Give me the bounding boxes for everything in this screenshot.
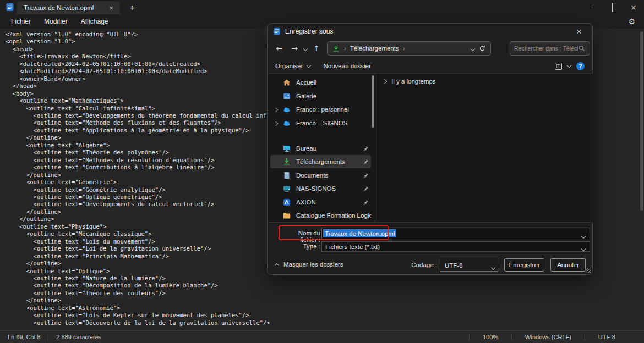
filename-dropdown-chevron-icon[interactable] [582, 232, 585, 240]
cursor-position: Ln 69, Col 8 [0, 334, 48, 340]
sidebar-item-accueil[interactable]: Accueil [270, 76, 371, 89]
encoding-label: Codage : [388, 262, 437, 268]
nas-icon [282, 184, 291, 193]
address-bar[interactable]: › Téléchargements › [327, 41, 491, 56]
editor-text[interactable]: <?xml version="1.0" encoding="UTF-8"?> <… [6, 31, 312, 327]
filename-label: Nom du fichier : [280, 230, 320, 243]
tab-title: Travaux de Newton.opml [24, 4, 107, 11]
sidebar-item-label: Accueil [296, 79, 371, 86]
filetype-value: Fichiers texte (*.txt) [325, 244, 380, 250]
filename-input[interactable]: Travaux de Newton.opml [321, 228, 590, 239]
view-mode-icon[interactable] [555, 63, 562, 70]
breadcrumb-separator[interactable]: › [403, 45, 405, 52]
expand-chevron-icon[interactable] [274, 119, 277, 127]
dialog-body: AccueilGalerieFranco : personnelFranco –… [268, 73, 593, 223]
folder-icon [282, 211, 291, 220]
filename-selected-text: Travaux de Newton.opml [323, 229, 396, 237]
search-box[interactable] [510, 41, 590, 56]
hide-folders-label: Masquer les dossiers [283, 261, 343, 268]
search-input[interactable] [514, 45, 578, 52]
group-label: Il y a longtemps [391, 78, 436, 85]
editor-scrollbar[interactable] [640, 31, 643, 211]
sidebar-item-documents[interactable]: Documents [270, 169, 371, 182]
zoom-level[interactable]: 100% [470, 334, 511, 340]
status-bar: Ln 69, Col 8 2 889 caractères 100% Windo… [0, 330, 644, 343]
organize-label: Organiser [275, 63, 303, 69]
dialog-notepad-icon [273, 27, 281, 35]
search-icon [578, 45, 586, 52]
file-group-header[interactable]: Il y a longtemps [383, 78, 436, 85]
address-dropdown-chevron-icon[interactable] [471, 45, 474, 52]
document-tab[interactable]: Travaux de Newton.opml × [17, 1, 120, 14]
save-as-dialog: Enregistrer sous × ← → ↑ › Téléchargemen… [267, 23, 593, 275]
settings-gear-icon[interactable]: ⚙ [625, 16, 638, 27]
download-icon [282, 157, 291, 166]
dialog-close-button[interactable]: × [572, 26, 586, 36]
menu-file[interactable]: Fichier [6, 16, 36, 27]
downloads-icon [332, 45, 340, 53]
pin-icon [362, 145, 369, 152]
maximize-button[interactable] [602, 3, 623, 12]
sidebar-item-axion[interactable]: AXION [270, 196, 371, 209]
dialog-toolbar: Organiser Nouveau dossier ? [268, 59, 592, 73]
tab-close-icon[interactable]: × [107, 4, 116, 12]
sidebar-item-telechargements[interactable]: Téléchargements [270, 155, 371, 168]
sidebar-item-label: Franco : personnel [296, 106, 371, 113]
sidebar-item-franco-signos[interactable]: Franco – SIGNOS [270, 117, 371, 130]
resize-grip[interactable] [586, 268, 591, 273]
breadcrumb-separator: › [344, 45, 346, 52]
dialog-nav-bar: ← → ↑ › Téléchargements › [268, 39, 592, 58]
back-icon[interactable]: ← [273, 44, 285, 53]
sidebar-item-bureau[interactable]: Bureau [270, 142, 371, 155]
forward-icon[interactable]: → [288, 44, 301, 53]
dialog-title: Enregistrer sous [285, 27, 333, 35]
sidebar-item-label: Galerie [296, 93, 371, 99]
organize-chevron-icon [306, 63, 310, 67]
save-button[interactable]: Enregistrer [504, 258, 544, 272]
pin-icon [362, 199, 369, 206]
title-bar: Travaux de Newton.opml × + – × [0, 0, 644, 14]
up-icon[interactable]: ↑ [310, 44, 323, 53]
menu-view[interactable]: Affichage [75, 16, 114, 27]
document-icon [282, 171, 291, 180]
pin-icon [362, 158, 369, 165]
window-controls: – × [581, 0, 644, 14]
new-tab-button[interactable]: + [127, 2, 138, 13]
refresh-icon[interactable] [478, 45, 486, 52]
encoding-select[interactable]: UTF-8 [440, 259, 499, 272]
minimize-button[interactable]: – [581, 3, 602, 12]
encoding-chevron-icon [492, 264, 495, 270]
expand-chevron-icon[interactable] [274, 106, 277, 113]
filetype-label: Type : [280, 243, 320, 250]
sidebar-item-nas-signos[interactable]: NAS-SIGNOS [270, 182, 371, 195]
sidebar-scrollbar[interactable] [372, 75, 374, 128]
view-mode-chevron-icon[interactable] [567, 63, 571, 67]
dialog-footer: Masquer les dossiers Codage : UTF-8 Enre… [268, 258, 592, 273]
cancel-button[interactable]: Annuler [550, 258, 586, 272]
filetype-chevron-icon [582, 245, 585, 252]
help-icon[interactable]: ? [576, 62, 585, 70]
filetype-select[interactable]: Fichiers texte (*.txt) [321, 241, 590, 252]
file-list-pane[interactable]: Il y a longtemps [375, 74, 593, 222]
sidebar-item-label: Catalogue Formation Logiciels [296, 212, 371, 219]
sidebar-item-galerie[interactable]: Galerie [270, 90, 371, 103]
breadcrumb-downloads[interactable]: Téléchargements [350, 45, 399, 52]
sidebar-item-franco-personnel[interactable]: Franco : personnel [270, 103, 371, 116]
encoding-indicator[interactable]: UTF-8 [585, 334, 629, 340]
hide-folders-button[interactable]: Masquer les dossiers [275, 261, 343, 268]
pin-icon [362, 185, 369, 192]
places-sidebar: AccueilGalerieFranco : personnelFranco –… [268, 74, 374, 222]
status-right-group: 100% Windows (CRLF) UTF-8 [469, 334, 629, 341]
eol-format[interactable]: Windows (CRLF) [512, 334, 585, 340]
new-folder-button[interactable]: Nouveau dossier [324, 63, 371, 69]
sidebar-item-catalogue-formation-logiciels[interactable]: Catalogue Formation Logiciels [270, 209, 371, 222]
sidebar-item-label: Documents [296, 172, 362, 179]
cloud-icon [282, 105, 291, 114]
recent-locations-chevron-icon[interactable] [304, 45, 307, 52]
notepad-window: Travaux de Newton.opml × + – × Fichier M… [0, 0, 644, 343]
close-button[interactable]: × [623, 3, 644, 12]
pin-icon [362, 172, 369, 179]
menu-edit[interactable]: Modifier [39, 16, 73, 27]
organize-button[interactable]: Organiser [275, 63, 310, 69]
desktop-icon [282, 144, 291, 153]
